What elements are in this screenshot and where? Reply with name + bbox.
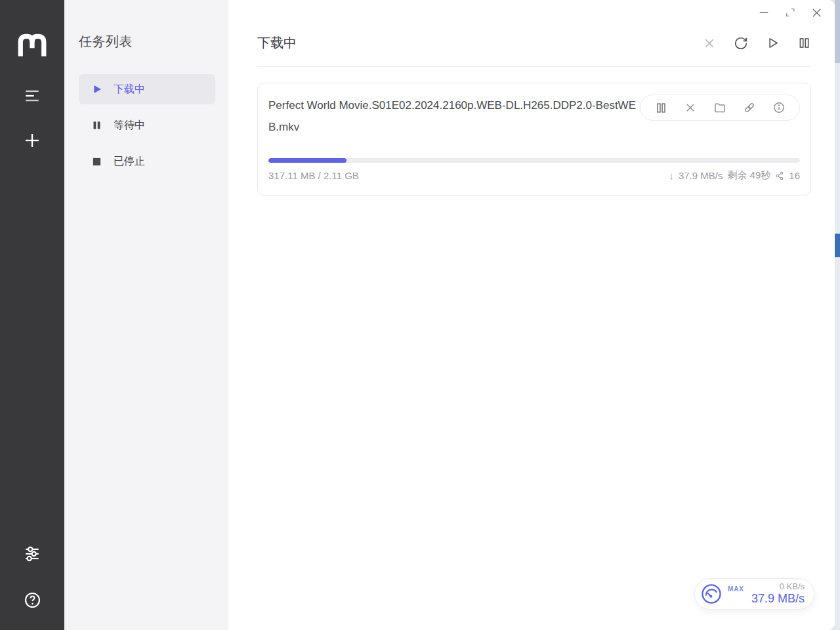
app-rail <box>0 0 64 630</box>
nav-item-label: 等待中 <box>114 119 145 133</box>
peers-count: 16 <box>789 170 800 181</box>
speed-widget[interactable]: MAX 0 KB/s 37.9 MB/s <box>694 578 814 610</box>
speedometer-icon <box>700 582 723 606</box>
download-task-card[interactable]: Perfect World Movie.S01E02.2024.2160p.WE… <box>257 83 811 196</box>
open-folder-icon[interactable] <box>713 101 726 114</box>
pause-all-icon[interactable] <box>797 36 811 51</box>
maximize-button[interactable] <box>777 3 803 22</box>
motrix-logo-icon <box>17 33 47 62</box>
pause-task-icon[interactable] <box>654 101 667 114</box>
nav-title: 任务列表 <box>79 33 228 51</box>
help-icon[interactable] <box>16 587 48 613</box>
copy-link-icon[interactable] <box>743 101 756 114</box>
delete-task-icon[interactable] <box>684 101 697 114</box>
task-actions <box>640 94 800 121</box>
page-title: 下载中 <box>257 34 297 52</box>
play-icon <box>91 84 102 95</box>
speed-value: 37.9 MB/s <box>679 170 723 181</box>
delete-selected-icon[interactable] <box>702 36 717 51</box>
main-header: 下载中 <box>257 0 811 67</box>
nav-item-waiting[interactable]: 等待中 <box>79 110 215 140</box>
remaining-time: 剩余 49秒 <box>727 169 770 182</box>
task-toolbar <box>702 36 811 51</box>
download-speed: 37.9 MB/s <box>751 592 805 606</box>
nav-panel: 任务列表 下载中 等待中 <box>64 0 228 630</box>
task-info-icon[interactable] <box>772 101 786 114</box>
nav-item-downloading[interactable]: 下载中 <box>79 74 215 104</box>
nav-item-label: 下载中 <box>114 83 145 96</box>
size-text: 317.11 MB / 2.11 GB <box>268 170 359 181</box>
speed-readouts: 0 KB/s 37.9 MB/s <box>751 581 805 606</box>
background-strip-accent <box>835 234 840 257</box>
background-strip-top <box>835 0 840 63</box>
nav-item-label: 已停止 <box>114 155 145 169</box>
refresh-icon[interactable] <box>734 36 748 51</box>
task-status-row: 317.11 MB / 2.11 GB ↓ 37.9 MB/s 剩余 49秒 <box>268 169 800 182</box>
progress-fill <box>268 158 346 163</box>
main-content: 下载中 <box>228 0 835 630</box>
motrix-window: 任务列表 下载中 等待中 <box>0 0 835 630</box>
task-name: Perfect World Movie.S01E02.2024.2160p.WE… <box>268 94 640 138</box>
stop-icon <box>91 156 102 167</box>
resume-all-icon[interactable] <box>765 36 780 51</box>
down-arrow-icon: ↓ <box>669 170 674 181</box>
window-controls <box>751 3 830 22</box>
pause-icon <box>91 120 102 131</box>
close-button[interactable] <box>803 3 830 22</box>
task-list-icon[interactable] <box>16 83 48 109</box>
upload-speed: 0 KB/s <box>751 581 805 592</box>
progress-bar <box>268 158 800 163</box>
nav-item-stopped[interactable]: 已停止 <box>79 146 215 177</box>
add-task-icon[interactable] <box>16 127 48 154</box>
max-label: MAX <box>728 585 744 593</box>
peers-icon <box>775 171 784 180</box>
task-card-header: Perfect World Movie.S01E02.2024.2160p.WE… <box>268 94 800 138</box>
minimize-button[interactable] <box>751 3 777 22</box>
speed-info: ↓ 37.9 MB/s 剩余 49秒 16 <box>669 169 800 182</box>
background-strip <box>835 0 840 630</box>
nav-list: 下载中 等待中 已停止 <box>79 74 228 177</box>
desktop: 任务列表 下载中 等待中 <box>0 0 840 630</box>
preferences-icon[interactable] <box>16 541 48 567</box>
